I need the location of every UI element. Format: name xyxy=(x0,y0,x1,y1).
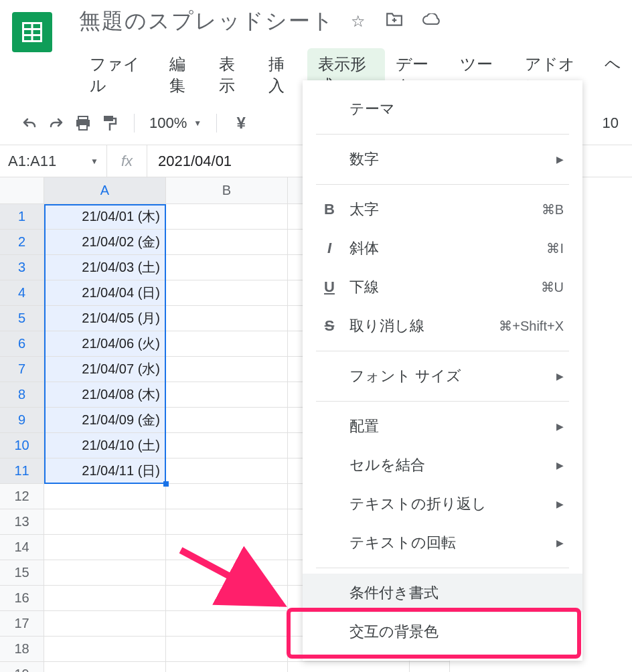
row-header[interactable]: 3 xyxy=(0,255,44,280)
format-menu: テーマ 数字▶ B太字⌘B I斜体⌘I U下線⌘U S取り消し線⌘+Shift+… xyxy=(303,80,582,661)
menu-wrap[interactable]: テキストの折り返し▶ xyxy=(303,485,582,523)
chevron-right-icon: ▶ xyxy=(556,499,564,509)
doc-title[interactable]: 無題のスプレッドシート xyxy=(79,7,335,36)
cell[interactable] xyxy=(410,662,450,672)
cell[interactable] xyxy=(166,484,288,509)
cell[interactable] xyxy=(44,560,166,586)
menu-underline[interactable]: U下線⌘U xyxy=(303,268,582,307)
menu-view[interactable]: 表示 xyxy=(208,48,258,102)
cell[interactable] xyxy=(166,204,288,230)
cell[interactable]: 21/04/10 (土) xyxy=(44,433,166,458)
row-header[interactable]: 14 xyxy=(0,535,44,560)
cloud-icon[interactable] xyxy=(422,12,441,31)
menu-number[interactable]: 数字▶ xyxy=(303,140,582,179)
cell[interactable] xyxy=(44,586,166,611)
row-header[interactable]: 11 xyxy=(0,458,44,484)
menu-fontsize[interactable]: フォント サイズ▶ xyxy=(303,357,582,396)
select-all-corner[interactable] xyxy=(0,177,44,204)
row-header[interactable]: 4 xyxy=(0,280,44,306)
cell[interactable] xyxy=(166,637,288,662)
row-header[interactable]: 8 xyxy=(0,382,44,408)
selection-handle[interactable] xyxy=(163,481,169,487)
zoom-select[interactable]: 100%▼ xyxy=(149,114,202,132)
menu-help[interactable]: ヘ xyxy=(594,48,632,102)
cell[interactable] xyxy=(166,230,288,255)
cell[interactable] xyxy=(166,382,288,408)
cell[interactable] xyxy=(166,331,288,357)
formula-bar[interactable]: 2021/04/01 xyxy=(147,153,242,170)
row-header[interactable]: 6 xyxy=(0,331,44,357)
row-header[interactable]: 17 xyxy=(0,611,44,637)
row-header[interactable]: 15 xyxy=(0,560,44,586)
row-header[interactable]: 5 xyxy=(0,306,44,331)
cell[interactable] xyxy=(166,306,288,331)
cell[interactable]: 21/04/05 (月) xyxy=(44,306,166,331)
svg-rect-7 xyxy=(104,116,113,121)
cell[interactable] xyxy=(44,611,166,637)
col-header-a[interactable]: A xyxy=(44,177,166,204)
menu-conditional-format[interactable]: 条件付き書式 xyxy=(303,574,582,612)
cell[interactable] xyxy=(166,458,288,484)
row-header[interactable]: 9 xyxy=(0,408,44,433)
cell[interactable] xyxy=(166,611,288,637)
row-header[interactable]: 13 xyxy=(0,509,44,535)
menu-file[interactable]: ファイル xyxy=(79,48,159,102)
redo-icon[interactable] xyxy=(47,114,66,133)
menu-alternating-colors[interactable]: 交互の背景色 xyxy=(303,612,582,651)
undo-icon[interactable] xyxy=(20,114,39,133)
cell[interactable]: 21/04/04 (日) xyxy=(44,280,166,306)
cell[interactable] xyxy=(44,662,166,672)
cell[interactable] xyxy=(166,586,288,611)
cell[interactable] xyxy=(44,535,166,560)
cell[interactable] xyxy=(44,637,166,662)
cell[interactable] xyxy=(166,433,288,458)
row-header[interactable]: 12 xyxy=(0,484,44,509)
font-size-input[interactable]: 10 xyxy=(603,114,619,132)
move-icon[interactable] xyxy=(386,12,403,31)
cell[interactable]: 21/04/06 (火) xyxy=(44,331,166,357)
cell[interactable]: 21/04/09 (金) xyxy=(44,408,166,433)
col-header-b[interactable]: B xyxy=(166,177,288,204)
chevron-right-icon: ▶ xyxy=(556,371,564,382)
cell[interactable] xyxy=(166,535,288,560)
cell[interactable] xyxy=(44,509,166,535)
row-header[interactable]: 18 xyxy=(0,637,44,662)
row-header[interactable]: 2 xyxy=(0,230,44,255)
cell[interactable] xyxy=(44,484,166,509)
paint-format-icon[interactable] xyxy=(100,114,119,133)
chevron-right-icon: ▶ xyxy=(556,154,564,165)
menu-insert[interactable]: 挿入 xyxy=(258,48,307,102)
cell[interactable] xyxy=(166,509,288,535)
sheets-logo[interactable] xyxy=(12,12,52,52)
cell[interactable]: 21/04/11 (日) xyxy=(44,458,166,484)
row-header[interactable]: 1 xyxy=(0,204,44,230)
menu-merge[interactable]: セルを結合▶ xyxy=(303,446,582,485)
name-box[interactable]: A1:A11▼ xyxy=(0,145,107,177)
print-icon[interactable] xyxy=(74,114,92,133)
cell[interactable]: 21/04/03 (土) xyxy=(44,255,166,280)
cell[interactable]: 21/04/08 (木) xyxy=(44,382,166,408)
cell[interactable] xyxy=(166,280,288,306)
cell[interactable] xyxy=(166,255,288,280)
cell[interactable]: 21/04/02 (金) xyxy=(44,230,166,255)
menu-strike[interactable]: S取り消し線⌘+Shift+X xyxy=(303,307,582,345)
cell[interactable]: 21/04/01 (木) xyxy=(44,204,166,230)
row-header[interactable]: 7 xyxy=(0,357,44,382)
cell[interactable]: 21/04/07 (水) xyxy=(44,357,166,382)
currency-icon[interactable]: ¥ xyxy=(232,114,250,133)
star-icon[interactable]: ☆ xyxy=(351,12,367,31)
cell[interactable] xyxy=(166,408,288,433)
menu-theme[interactable]: テーマ xyxy=(303,90,582,129)
row-header[interactable]: 10 xyxy=(0,433,44,458)
cell[interactable] xyxy=(288,662,410,672)
row-header[interactable]: 19 xyxy=(0,662,44,672)
row-header[interactable]: 16 xyxy=(0,586,44,611)
menu-italic[interactable]: I斜体⌘I xyxy=(303,229,582,268)
menu-edit[interactable]: 編集 xyxy=(159,48,208,102)
menu-align[interactable]: 配置▶ xyxy=(303,407,582,446)
menu-rotate[interactable]: テキストの回転▶ xyxy=(303,523,582,562)
cell[interactable] xyxy=(166,560,288,586)
cell[interactable] xyxy=(166,662,288,672)
menu-bold[interactable]: B太字⌘B xyxy=(303,190,582,229)
cell[interactable] xyxy=(166,357,288,382)
